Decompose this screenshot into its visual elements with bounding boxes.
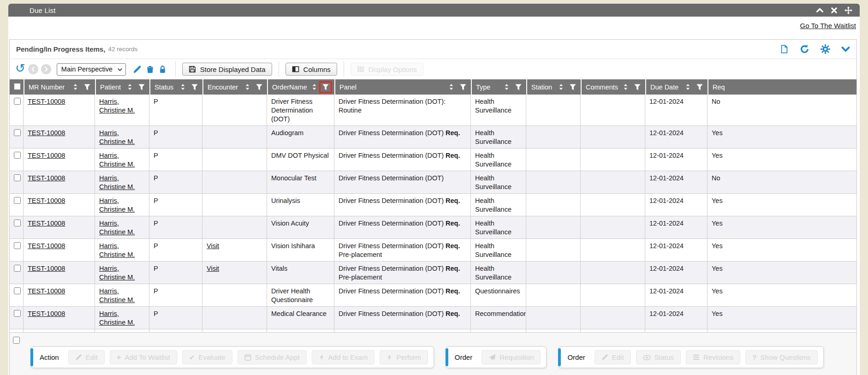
mr-number-link[interactable]: TEST-10008 [28, 265, 65, 272]
sort-icon[interactable] [312, 83, 317, 90]
mr-number-cell: TEST-10008 [24, 216, 95, 239]
patient-link[interactable]: Harris, Christine M. [99, 152, 135, 168]
filter-icon-highlighted[interactable] [319, 81, 332, 93]
row-checkbox[interactable] [14, 287, 21, 294]
go-to-waitlist-link[interactable]: Go To The Waitlist [800, 22, 856, 30]
patient-link[interactable]: Harris, Christine M. [99, 129, 135, 145]
store-displayed-data-button[interactable]: Store Displayed Data [182, 63, 272, 76]
comments-cell [581, 149, 645, 171]
filter-icon[interactable] [695, 83, 705, 92]
column-header-mr[interactable]: MR Number [24, 79, 95, 95]
filter-icon[interactable] [568, 83, 578, 92]
mr-number-link[interactable]: TEST-10008 [28, 152, 65, 159]
mr-number-link[interactable]: TEST-10008 [28, 98, 65, 105]
sort-icon[interactable] [504, 83, 509, 90]
row-checkbox[interactable] [14, 265, 21, 272]
sort-icon[interactable] [449, 83, 454, 90]
row-checkbox[interactable] [14, 242, 21, 249]
sort-icon[interactable] [180, 83, 185, 90]
column-header-select[interactable] [10, 79, 24, 95]
mr-number-link[interactable]: TEST-10008 [28, 310, 65, 317]
window-titlebar[interactable]: Due List [8, 4, 860, 17]
column-header-station[interactable]: Station [526, 79, 581, 95]
perspective-select[interactable]: Main Perspective [57, 63, 126, 76]
panel-cell: Driver Fitness Determination (DOT) Req. [334, 284, 471, 307]
row-checkbox[interactable] [14, 98, 21, 105]
sort-icon[interactable] [127, 83, 132, 90]
button-label: Requisition [499, 353, 534, 361]
filter-icon[interactable] [632, 83, 642, 92]
delete-perspective-icon[interactable] [146, 65, 154, 74]
due-list-table-container: MR NumberPatientStatusEncounterOrderName… [10, 79, 856, 332]
mr-number-link[interactable]: TEST-10008 [28, 242, 65, 250]
row-checkbox[interactable] [14, 310, 21, 317]
table-row: TEST-10008Harris, Christine M.PDMV DOT P… [10, 149, 856, 171]
column-header-patient[interactable]: Patient [95, 79, 149, 95]
filter-icon[interactable] [137, 83, 147, 92]
encounter-link[interactable]: Visit [207, 242, 219, 250]
column-header-order[interactable]: OrderName [267, 79, 334, 95]
patient-link[interactable]: Harris, Christine M. [99, 265, 135, 281]
footer-select-checkbox[interactable] [13, 337, 20, 344]
due-date-cell: 12-01-2024 [645, 194, 707, 216]
filter-icon[interactable] [254, 83, 264, 92]
mr-number-link[interactable]: TEST-10008 [28, 197, 65, 204]
filter-icon[interactable] [190, 83, 200, 92]
move-icon[interactable] [844, 6, 852, 14]
group-label: Order [567, 353, 585, 361]
patient-link[interactable]: Harris, Christine M. [99, 310, 135, 326]
mr-number-link[interactable]: TEST-10008 [28, 220, 65, 227]
encounter-link[interactable]: Visit [207, 265, 219, 272]
sort-icon[interactable] [559, 83, 564, 90]
mr-number-link[interactable]: TEST-10008 [28, 174, 65, 182]
type-cell: Health Surveillance [471, 126, 526, 149]
undo-icon[interactable]: ↺ [15, 63, 25, 73]
select-all-checkbox[interactable] [14, 83, 21, 90]
row-checkbox[interactable] [14, 129, 21, 136]
patient-link[interactable]: Harris, Christine M. [99, 287, 135, 304]
filter-icon[interactable] [513, 83, 523, 92]
mr-number-link[interactable]: TEST-10008 [28, 129, 65, 137]
filter-icon[interactable] [458, 83, 468, 92]
gear-icon[interactable] [820, 44, 830, 54]
due-date-cell: 12-01-2024 [645, 149, 707, 171]
button-label: Revisions [703, 353, 733, 361]
sort-icon[interactable] [245, 83, 250, 90]
panel-cell: Driver Fitness Determination (DOT) Req. [334, 307, 471, 329]
column-header-panel[interactable]: Panel [334, 79, 471, 95]
add-to-waitlist-button: +Add To Waitlist [110, 350, 177, 364]
mr-number-link[interactable]: TEST-10008 [28, 287, 65, 295]
column-header-status[interactable]: Status [149, 79, 202, 95]
patient-link[interactable]: Harris, Christine M. [99, 220, 135, 236]
row-checkbox[interactable] [14, 174, 21, 181]
row-checkbox[interactable] [14, 220, 21, 226]
sort-icon[interactable] [623, 83, 628, 90]
sort-icon[interactable] [73, 83, 78, 90]
encounter-cell: Visit [202, 262, 267, 284]
filter-icon[interactable] [82, 83, 92, 92]
patient-link[interactable]: Harris, Christine M. [99, 242, 135, 258]
refresh-icon[interactable] [800, 44, 809, 54]
order-name-cell: DMV DOT Physical [267, 149, 334, 171]
new-document-icon[interactable] [780, 44, 789, 54]
columns-button[interactable]: Columns [285, 63, 337, 76]
close-icon[interactable] [831, 7, 838, 14]
row-checkbox[interactable] [14, 152, 21, 159]
column-label: Comments [586, 83, 620, 91]
patient-link[interactable]: Harris, Christine M. [99, 98, 135, 114]
sort-icon[interactable] [685, 83, 690, 90]
lock-icon[interactable] [159, 65, 166, 74]
chevron-down-icon[interactable] [841, 45, 850, 54]
column-header-req[interactable]: Req [707, 79, 856, 95]
row-checkbox[interactable] [14, 197, 21, 204]
column-header-due[interactable]: Due Date [645, 79, 707, 95]
column-header-encounter[interactable]: Encounter [202, 79, 267, 95]
column-header-comments[interactable]: Comments [581, 79, 645, 95]
table-row: TEST-10008Harris, Christine M.PUrinalysi… [10, 194, 856, 216]
edit-perspective-icon[interactable] [133, 65, 142, 74]
column-header-type[interactable]: Type [471, 79, 526, 95]
patient-link[interactable]: Harris, Christine M. [99, 197, 135, 213]
patient-link[interactable]: Harris, Christine M. [99, 174, 135, 190]
collapse-icon[interactable] [816, 6, 824, 14]
status-button: Status [636, 350, 681, 364]
